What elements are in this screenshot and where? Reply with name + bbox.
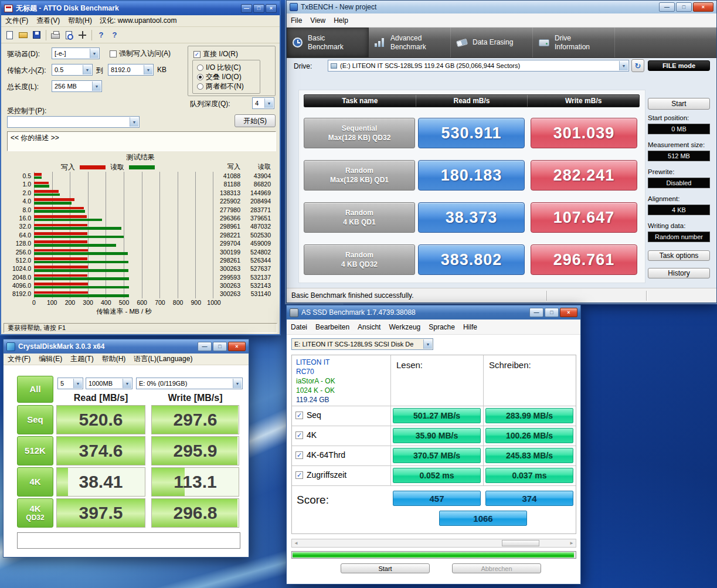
run-seq-button[interactable]: Seq: [17, 405, 53, 434]
4k-64thrd-checkbox[interactable]: ✓: [295, 451, 303, 459]
menu-file[interactable]: 文件(F): [1, 15, 32, 27]
test-size-select[interactable]: 1000MB ▼: [86, 378, 132, 389]
file-mode-button[interactable]: FILE mode: [648, 60, 710, 71]
cancel-button[interactable]: Abbrechen: [452, 563, 541, 573]
comment-input[interactable]: [17, 532, 240, 549]
menu-theme[interactable]: 主题(T): [66, 353, 97, 365]
neither-radio[interactable]: 两者都不(N): [197, 81, 244, 91]
menu-hilfe[interactable]: Hilfe: [459, 322, 481, 332]
close-button[interactable]: ×: [228, 342, 246, 351]
asssd-titlebar[interactable]: AS SSD Benchmark 1.7.4739.38088 — □ ×: [287, 305, 580, 320]
tab-basic-benchmark[interactable]: Basic Benchmark: [287, 28, 369, 57]
menu-help[interactable]: 帮助(H): [64, 15, 96, 27]
atto-plot-cell: [34, 231, 213, 239]
close-button[interactable]: ×: [693, 2, 713, 12]
drive-select[interactable]: (E:) LITEON IT SCS-128L9S 119.24 GB (250…: [328, 60, 629, 72]
task-line: Random: [345, 250, 373, 260]
drive-capacity: 119.24 GB: [296, 396, 329, 404]
status-text: 要获得帮助, 请按 F1: [4, 323, 277, 333]
transfer-to-select[interactable]: 8192.0 ▼: [108, 64, 154, 76]
chevron-down-icon: ▼: [83, 65, 91, 74]
results-table: LITEON IT RC70 iaStorA - OK 1024 K - OK …: [291, 355, 576, 534]
menu-bearbeiten[interactable]: Bearbeiten: [311, 322, 354, 332]
run-4k-qd32-button[interactable]: 4K QD32: [17, 498, 53, 528]
atto-read-value: 86820: [240, 180, 271, 188]
task-line: 4 KB QD32: [341, 260, 378, 269]
atto-read-bar: [34, 210, 85, 213]
pan-icon[interactable]: [76, 29, 89, 41]
run-all-button[interactable]: All: [17, 376, 53, 403]
atto-x-tick: 0: [32, 299, 36, 306]
tab-drive-information[interactable]: Drive Information: [533, 28, 615, 57]
scrollbar-thumb[interactable]: [502, 540, 539, 546]
menu-edit[interactable]: 编辑(E): [35, 353, 66, 365]
save-icon[interactable]: [30, 29, 43, 41]
print-preview-icon[interactable]: [63, 29, 75, 41]
minimize-button[interactable]: —: [241, 4, 252, 13]
history-button[interactable]: History: [648, 268, 710, 278]
menu-datei[interactable]: Datei: [287, 322, 311, 332]
menu-help[interactable]: Help: [329, 15, 352, 26]
run-512k-button[interactable]: 512K: [17, 436, 53, 465]
transfer-from-select[interactable]: 0.5 ▼: [52, 64, 93, 76]
minimize-button[interactable]: —: [659, 2, 675, 12]
print-icon[interactable]: [49, 29, 62, 41]
menu-file[interactable]: 文件(F): [4, 353, 35, 365]
test-count-select[interactable]: 5 ▼: [57, 378, 83, 389]
controlled-by-select[interactable]: ▼: [7, 116, 140, 128]
4k-checkbox[interactable]: ✓: [295, 431, 303, 439]
close-button[interactable]: ×: [560, 308, 577, 317]
seq-checkbox[interactable]: ✓: [295, 412, 303, 419]
menu-help[interactable]: 帮助(H): [98, 353, 130, 365]
menu-werkzeug[interactable]: Werkzeug: [385, 322, 424, 332]
overlapped-io-radio[interactable]: 交叠 I/O(O): [197, 72, 242, 82]
menu-sprache[interactable]: Sprache: [424, 322, 459, 332]
scroll-left-icon[interactable]: ◄: [294, 541, 298, 546]
horizontal-scrollbar[interactable]: ◄ ►: [291, 539, 576, 548]
menu-view[interactable]: 查看(V): [32, 15, 64, 27]
menu-language[interactable]: 语言(L)(Language): [130, 353, 196, 365]
start-button[interactable]: Start: [648, 98, 710, 110]
legend-write-label: 写入: [61, 162, 75, 172]
tab-data-erasing[interactable]: Data Erasing: [451, 28, 533, 57]
atto-titlebar[interactable]: 无标题 - ATTO Disk Benchmark — □ ×: [1, 1, 280, 15]
target-drive-select[interactable]: E: 0% (0/119GB) ▼: [136, 378, 243, 389]
help-icon[interactable]: ?: [95, 29, 107, 41]
zugriffszeit-checkbox[interactable]: ✓: [295, 471, 303, 479]
task-options-button[interactable]: Task options: [648, 250, 710, 261]
open-file-icon[interactable]: [17, 29, 29, 41]
minimize-button[interactable]: —: [198, 342, 212, 351]
description-input[interactable]: << 你的描述 >>: [7, 131, 276, 151]
scroll-right-icon[interactable]: ►: [569, 541, 574, 546]
maximize-button[interactable]: □: [253, 4, 264, 13]
maximize-button[interactable]: □: [213, 342, 227, 351]
tab-advanced-benchmark[interactable]: Advanced Benchmark: [369, 28, 451, 57]
new-file-icon[interactable]: [4, 29, 16, 41]
chevron-down-icon: ▼: [264, 98, 273, 108]
io-compare-radio[interactable]: I/O 比较(C): [197, 63, 241, 73]
minimize-button[interactable]: —: [529, 308, 543, 317]
cdm-titlebar[interactable]: CrystalDiskMark 3.0.3 x64 — □ ×: [4, 339, 249, 354]
context-help-icon[interactable]: ?: [108, 29, 121, 41]
run-4k-button[interactable]: 4K: [17, 467, 53, 497]
force-write-checkbox[interactable]: 强制写入访问(A): [110, 49, 171, 59]
atto-x-tick: 600: [137, 299, 147, 306]
total-length-select[interactable]: 256 MB ▼: [52, 80, 102, 92]
menu-file[interactable]: File: [287, 15, 306, 26]
atto-window: 无标题 - ATTO Disk Benchmark — □ × 文件(F) 查看…: [0, 0, 281, 335]
close-button[interactable]: ×: [266, 4, 277, 13]
start-button[interactable]: Start: [341, 563, 430, 573]
start-button[interactable]: 开始(S): [235, 114, 276, 127]
maximize-button[interactable]: □: [545, 308, 559, 317]
txbench-titlebar[interactable]: TxBENCH - New project — □ ×: [287, 1, 716, 13]
refresh-button[interactable]: ↻: [631, 59, 644, 72]
menu-view[interactable]: View: [306, 15, 329, 26]
maximize-button[interactable]: □: [676, 2, 692, 12]
atto-read-bar: [34, 219, 102, 222]
direct-io-checkbox[interactable]: ✓ 直接 I/O(R): [193, 49, 238, 59]
chart-rows: 0.541088439041.081188868202.013831314496…: [2, 172, 271, 298]
drive-select[interactable]: [-e-] ▼: [52, 47, 100, 59]
queue-depth-select[interactable]: 4 ▼: [252, 97, 274, 109]
drive-select[interactable]: E: LITEON IT SCS-128L9S SCSI Disk De ▼: [291, 338, 433, 350]
menu-ansicht[interactable]: Ansicht: [354, 322, 385, 332]
